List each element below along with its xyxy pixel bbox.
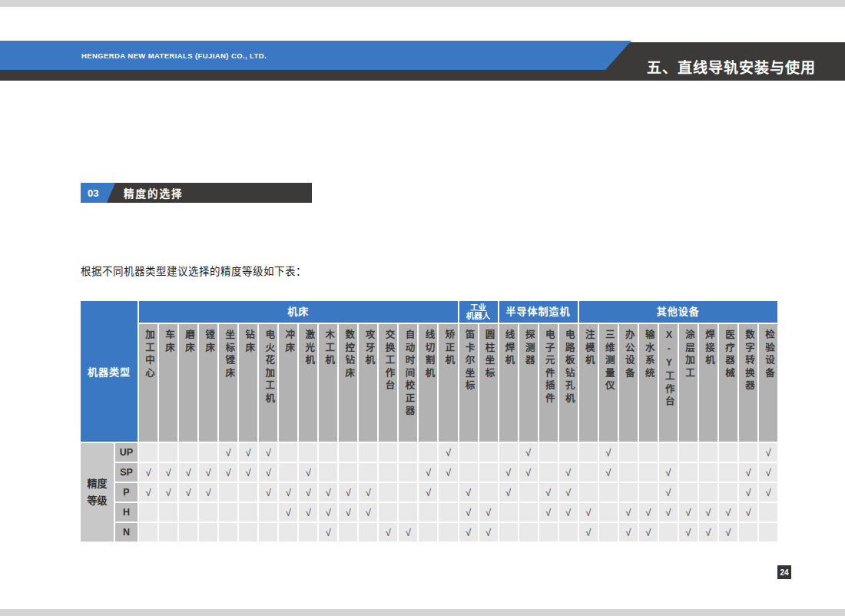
check-cell [639, 443, 658, 462]
check-cell [259, 503, 277, 522]
check-cell: √ [459, 503, 478, 522]
check-cell [359, 443, 377, 462]
group-header: 机床 [139, 301, 458, 323]
column-header: 加工中心 [139, 324, 157, 442]
check-cell [659, 523, 678, 541]
check-cell: √ [439, 463, 457, 482]
check-cell [579, 483, 598, 502]
check-cell [379, 483, 397, 502]
column-header: 数控钻床 [339, 324, 357, 442]
check-cell [139, 503, 157, 522]
check-cell: √ [659, 503, 678, 522]
check-cell [359, 463, 377, 482]
check-cell [219, 503, 237, 522]
check-cell [539, 463, 558, 482]
check-cell [279, 463, 297, 482]
column-header: 线焊机 [499, 324, 518, 442]
check-cell: √ [599, 463, 618, 482]
check-cell: √ [639, 523, 658, 541]
column-header: X-Y工作台 [659, 324, 678, 442]
check-cell: √ [219, 463, 237, 482]
check-cell [519, 523, 538, 541]
check-cell [379, 503, 397, 522]
check-cell: √ [259, 443, 277, 462]
check-cell [559, 523, 578, 541]
check-cell [439, 483, 457, 502]
check-cell: √ [719, 503, 737, 522]
check-cell: √ [499, 483, 518, 502]
column-header: 镗床 [199, 324, 217, 442]
section-number-text: 03 [88, 187, 98, 199]
check-cell: √ [659, 483, 678, 502]
check-cell [739, 523, 757, 541]
grade-label: P [115, 483, 138, 502]
company-name: HENGERDA NEW MATERIALS (FUJIAN) CO., LTD… [0, 51, 267, 60]
column-header: 检验设备 [759, 324, 777, 442]
column-header: 笛卡尔坐标 [459, 324, 478, 442]
check-cell: √ [359, 503, 377, 522]
check-cell [499, 503, 518, 522]
check-cell [499, 443, 518, 462]
column-header: 焊接机 [699, 324, 717, 442]
check-cell: √ [339, 503, 357, 522]
check-cell: √ [399, 523, 417, 541]
check-cell [699, 483, 717, 502]
grade-label: H [115, 503, 138, 522]
check-cell: √ [479, 523, 498, 541]
check-cell [619, 483, 638, 502]
check-cell [419, 523, 437, 541]
check-cell: √ [559, 503, 578, 522]
check-cell: √ [619, 503, 638, 522]
check-cell [599, 483, 618, 502]
check-cell [159, 503, 177, 522]
check-cell [319, 443, 337, 462]
check-cell [259, 523, 277, 541]
check-cell: √ [259, 463, 277, 482]
check-cell: √ [739, 483, 757, 502]
grade-label: N [115, 523, 138, 541]
check-cell: √ [279, 483, 297, 502]
check-cell [299, 443, 317, 462]
intro-text: 根据不同机器类型建议选择的精度等级如下表： [81, 263, 307, 278]
column-header: 探测器 [519, 324, 538, 442]
check-cell: √ [439, 443, 457, 462]
check-cell: √ [719, 523, 737, 541]
check-cell: √ [379, 523, 397, 541]
check-cell: √ [699, 503, 717, 522]
check-cell [159, 443, 177, 462]
check-cell [719, 483, 737, 502]
check-cell [179, 503, 197, 522]
group-header: 工业 机器人 [459, 301, 498, 323]
check-cell [339, 523, 357, 541]
check-cell: √ [299, 463, 317, 482]
check-cell: √ [479, 503, 498, 522]
check-cell: √ [159, 483, 177, 502]
check-cell: √ [159, 463, 177, 482]
column-header: 涂层加工 [679, 324, 698, 442]
check-cell [239, 503, 257, 522]
check-cell: √ [559, 463, 578, 482]
check-cell: √ [759, 483, 777, 502]
check-cell [579, 463, 598, 482]
column-header: 电火花加工机 [259, 324, 277, 442]
check-cell: √ [139, 463, 157, 482]
section-banner: 精度的选择 03 [81, 183, 312, 203]
column-header: 自动时间校正器 [399, 324, 417, 442]
check-cell [599, 503, 618, 522]
check-cell [339, 463, 357, 482]
check-cell [199, 443, 217, 462]
check-cell [199, 523, 217, 541]
grade-label: UP [115, 443, 138, 462]
check-cell: √ [219, 443, 237, 462]
check-cell [479, 443, 498, 462]
check-cell [239, 483, 257, 502]
check-cell: √ [499, 463, 518, 482]
check-cell [419, 503, 437, 522]
check-cell: √ [239, 463, 257, 482]
check-cell [759, 523, 777, 541]
column-header: 医疗器械 [719, 324, 737, 442]
header-blue-band: HENGERDA NEW MATERIALS (FUJIAN) CO., LTD… [0, 41, 631, 70]
check-cell: √ [759, 463, 777, 482]
check-cell [219, 483, 237, 502]
column-header: 冲床 [279, 324, 297, 442]
